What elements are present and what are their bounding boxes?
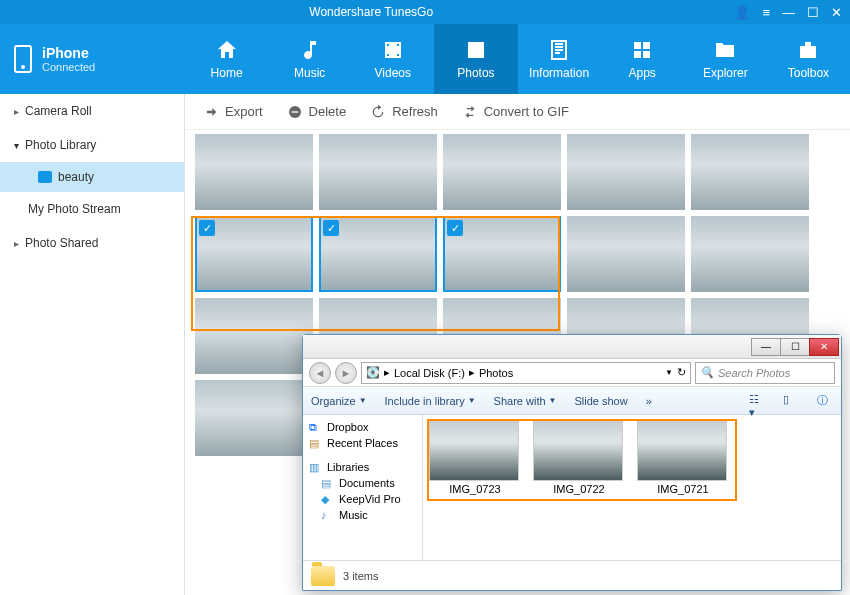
svg-rect-1 [291, 111, 298, 112]
file-pane[interactable]: IMG_0723 IMG_0722 IMG_0721 [423, 415, 841, 560]
tab-music[interactable]: Music [268, 24, 351, 94]
breadcrumb-disk[interactable]: Local Disk (F:) [394, 367, 465, 379]
photo-thumb-selected[interactable] [319, 216, 437, 292]
search-input[interactable]: 🔍 Search Photos [695, 362, 835, 384]
organize-menu[interactable]: Organize▼ [311, 395, 367, 407]
tree-libraries[interactable]: ▥Libraries [305, 459, 420, 475]
photo-thumb[interactable] [691, 216, 809, 292]
tree-dropbox[interactable]: ⧉Dropbox [305, 419, 420, 435]
toolbar-label: Export [225, 104, 263, 119]
photo-thumb[interactable] [195, 380, 313, 456]
file-thumbnail [637, 421, 727, 481]
info-icon [547, 38, 571, 62]
refresh-icon[interactable]: ↻ [677, 366, 686, 379]
help-icon[interactable]: ⓘ [817, 393, 833, 409]
breadcrumb-folder[interactable]: Photos [479, 367, 513, 379]
file-name: IMG_0722 [533, 483, 625, 495]
device-status: Connected [42, 61, 95, 73]
convert-gif-button[interactable]: Convert to GIF [462, 104, 569, 120]
documents-icon: ▤ [321, 477, 335, 489]
photo-thumb[interactable] [567, 134, 685, 210]
tab-label: Toolbox [788, 66, 829, 80]
address-bar[interactable]: 💽 ▸ Local Disk (F:) ▸ Photos ▼ ↻ [361, 362, 691, 384]
sidebar-photo-library[interactable]: Photo Library [0, 128, 184, 162]
folder-tree: ⧉Dropbox ▤Recent Places ▥Libraries ▤Docu… [303, 415, 423, 560]
file-item[interactable]: IMG_0722 [533, 421, 625, 495]
close-icon[interactable]: ✕ [831, 5, 842, 20]
sidebar: Camera Roll Photo Library beauty My Phot… [0, 94, 185, 595]
music-icon [298, 38, 322, 62]
sidebar-camera-roll[interactable]: Camera Roll [0, 94, 184, 128]
maximize-icon[interactable]: ☐ [807, 5, 819, 20]
file-item[interactable]: IMG_0721 [637, 421, 729, 495]
search-icon: 🔍 [700, 366, 714, 379]
file-item[interactable]: IMG_0723 [429, 421, 521, 495]
tab-label: Videos [375, 66, 411, 80]
sidebar-photo-shared[interactable]: Photo Shared [0, 226, 184, 260]
explorer-close-button[interactable]: ✕ [809, 338, 839, 356]
status-bar: 3 items [303, 560, 841, 590]
tab-label: Information [529, 66, 589, 80]
keepvid-icon: ◆ [321, 493, 335, 505]
export-button[interactable]: Export [203, 104, 263, 120]
search-placeholder: Search Photos [718, 367, 790, 379]
photo-thumb[interactable] [195, 134, 313, 210]
file-thumbnail [533, 421, 623, 481]
sidebar-beauty[interactable]: beauty [0, 162, 184, 192]
photo-thumb[interactable] [443, 134, 561, 210]
share-menu[interactable]: Share with▼ [494, 395, 557, 407]
minimize-icon[interactable]: — [782, 5, 795, 20]
menu-icon[interactable]: ≡ [762, 5, 770, 20]
view-options-icon[interactable]: ☷ ▾ [749, 393, 765, 409]
home-icon [215, 38, 239, 62]
toolbar-label: Convert to GIF [484, 104, 569, 119]
explorer-icon [713, 38, 737, 62]
photo-thumb[interactable] [567, 216, 685, 292]
video-icon [381, 38, 405, 62]
forward-button[interactable]: ► [335, 362, 357, 384]
toolbar-label: Refresh [392, 104, 438, 119]
tree-recent[interactable]: ▤Recent Places [305, 435, 420, 451]
convert-icon [462, 104, 478, 120]
delete-icon [287, 104, 303, 120]
photo-thumb-selected[interactable] [443, 216, 561, 292]
tab-label: Explorer [703, 66, 748, 80]
device-panel[interactable]: iPhone Connected [0, 24, 185, 94]
explorer-minimize-button[interactable]: — [751, 338, 781, 356]
tab-explorer[interactable]: Explorer [684, 24, 767, 94]
photo-thumb[interactable] [691, 134, 809, 210]
recent-icon: ▤ [309, 437, 323, 449]
explorer-window: — ☐ ✕ ◄ ► 💽 ▸ Local Disk (F:) ▸ Photos ▼… [302, 334, 842, 591]
tab-label: Music [294, 66, 325, 80]
photo-thumb[interactable] [319, 134, 437, 210]
libraries-icon: ▥ [309, 461, 323, 473]
slideshow-button[interactable]: Slide show [574, 395, 627, 407]
sidebar-my-photo-stream[interactable]: My Photo Stream [0, 192, 184, 226]
tab-apps[interactable]: Apps [601, 24, 684, 94]
preview-pane-icon[interactable]: ▯ [783, 393, 799, 409]
tab-label: Apps [629, 66, 656, 80]
apps-icon [630, 38, 654, 62]
tab-information[interactable]: Information [518, 24, 601, 94]
tree-keepvid[interactable]: ◆KeepVid Pro [305, 491, 420, 507]
tree-documents[interactable]: ▤Documents [305, 475, 420, 491]
include-library-menu[interactable]: Include in library▼ [385, 395, 476, 407]
photo-thumb[interactable] [195, 298, 313, 374]
refresh-button[interactable]: Refresh [370, 104, 438, 120]
back-button[interactable]: ◄ [309, 362, 331, 384]
file-name: IMG_0721 [637, 483, 729, 495]
tree-music[interactable]: ♪Music [305, 507, 420, 523]
tab-videos[interactable]: Videos [351, 24, 434, 94]
device-name: iPhone [42, 45, 95, 61]
tab-label: Home [211, 66, 243, 80]
tab-photos[interactable]: Photos [434, 24, 517, 94]
explorer-maximize-button[interactable]: ☐ [780, 338, 810, 356]
user-icon[interactable]: 👤 [734, 5, 750, 20]
delete-button[interactable]: Delete [287, 104, 347, 120]
photo-thumb-selected[interactable] [195, 216, 313, 292]
sidebar-item-label: beauty [58, 170, 94, 184]
tab-toolbox[interactable]: Toolbox [767, 24, 850, 94]
overflow-icon[interactable]: » [646, 395, 652, 407]
chevron-down-icon[interactable]: ▼ [665, 368, 673, 377]
tab-home[interactable]: Home [185, 24, 268, 94]
